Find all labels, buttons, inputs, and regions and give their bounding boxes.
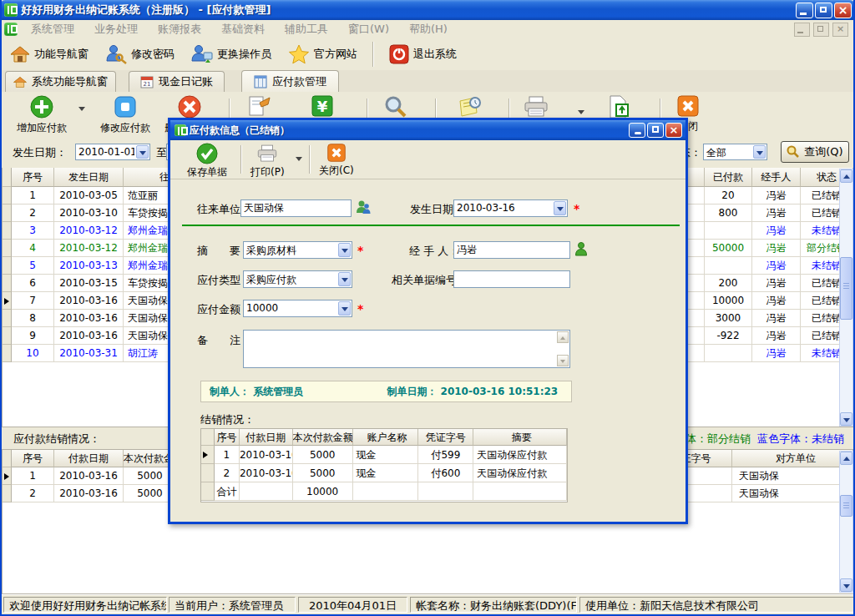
tab-2[interactable]: 21现金日记账: [129, 71, 225, 92]
row-selector-header: [3, 168, 12, 187]
column-header[interactable]: 序号: [12, 168, 54, 187]
menu-item-1[interactable]: 系统管理: [21, 20, 84, 38]
toolbar-button-label: 退出系统: [413, 47, 457, 62]
edit-payable-button[interactable]: 修改应付款: [100, 94, 150, 135]
chevron-down-icon[interactable]: [338, 301, 351, 316]
handler-input[interactable]: 冯岩: [453, 241, 570, 259]
dialog-restore-button[interactable]: [647, 123, 664, 138]
toolbar-button-3[interactable]: 更换操作员: [183, 41, 280, 68]
cell: [705, 257, 752, 275]
occur-date-combo[interactable]: 2010-03-16: [453, 199, 568, 217]
settlement-label: 结销情况：: [200, 412, 255, 427]
settlement-scrollbar[interactable]: [839, 451, 853, 593]
column-header[interactable]: 对方单位: [732, 450, 853, 467]
menu-item-4[interactable]: 基础资料: [211, 20, 275, 38]
cell: 冯岩: [752, 187, 801, 204]
chevron-down-icon[interactable]: [136, 145, 149, 159]
dialog-close-button[interactable]: ×: [665, 123, 682, 138]
person-lookup-icon[interactable]: [356, 199, 371, 215]
dialog-title-bar: 应付款信息（已结销） ×: [170, 120, 686, 140]
tab-label: 系统功能导航窗: [32, 74, 108, 89]
payment-button[interactable]: ¥: [311, 94, 334, 118]
status-filter-combo[interactable]: 全部: [703, 144, 767, 160]
status-panel-1: 欢迎使用好好用财务出纳记帐系统: [3, 597, 167, 613]
query-button[interactable]: 查询(Q): [781, 141, 849, 163]
save-voucher-button[interactable]: 保存单据: [187, 143, 227, 179]
scroll-down-icon[interactable]: [557, 355, 569, 366]
table-row[interactable]: 12010-03-165000现金付599天国动保应付款: [201, 446, 567, 464]
dialog-close-action-button[interactable]: 关闭(C): [319, 143, 354, 178]
scroll-thumb[interactable]: [840, 495, 852, 517]
close-button[interactable]: ×: [834, 3, 852, 18]
settle-payable-button[interactable]: [246, 94, 273, 119]
current-row-arrow-icon: [203, 452, 208, 458]
add-payable-button[interactable]: 增加应付款: [17, 94, 67, 135]
cell: 冯岩: [752, 345, 801, 362]
print-button[interactable]: [522, 94, 550, 119]
status-panel-2: 当前用户：系统管理员: [169, 597, 296, 613]
print-dropdown-arrow[interactable]: [578, 110, 584, 114]
chevron-down-icon[interactable]: [338, 272, 351, 286]
handler-label: 经 手 人：: [409, 244, 459, 259]
menu-item-2[interactable]: 业务处理: [84, 20, 148, 38]
menu-item-6[interactable]: 窗口(W): [338, 20, 399, 38]
scroll-down-icon[interactable]: [840, 412, 852, 426]
column-header[interactable]: 发生日期: [54, 168, 124, 187]
date-from-combo[interactable]: 2010-01-01: [75, 144, 150, 160]
home-icon: [13, 76, 27, 88]
person-green-icon[interactable]: [574, 242, 588, 256]
unit-input[interactable]: 天国动保: [240, 199, 352, 217]
menu-item-5[interactable]: 辅助工具: [275, 20, 338, 38]
tab-3[interactable]: 应付款管理: [241, 70, 339, 92]
cell: 2010-03-16: [54, 310, 124, 327]
scroll-up-icon[interactable]: [557, 331, 569, 343]
scroll-thumb[interactable]: [840, 257, 852, 320]
column-header[interactable]: 付款日期: [54, 450, 124, 467]
payable-type-combo[interactable]: 采购应付款: [243, 270, 352, 288]
exit-icon: [389, 44, 409, 64]
yuan-icon: ¥: [311, 94, 334, 118]
log-button[interactable]: [457, 94, 483, 119]
toolbar-button-5[interactable]: 退出系统: [381, 41, 465, 68]
restore-button[interactable]: [815, 3, 832, 18]
chevron-down-icon[interactable]: [554, 201, 566, 215]
column-header[interactable]: 已付款: [705, 168, 752, 187]
chevron-down-icon[interactable]: [338, 243, 351, 257]
note-textarea[interactable]: [243, 330, 570, 368]
column-header: 序号: [215, 429, 240, 446]
export-icon: [606, 94, 630, 119]
print-dropdown-arrow[interactable]: [296, 157, 302, 161]
toolbar-button-2[interactable]: 修改密码: [97, 41, 183, 68]
column-header[interactable]: 序号: [12, 450, 54, 467]
payable-amount-combo[interactable]: 10000: [243, 300, 352, 317]
chevron-down-icon[interactable]: [753, 145, 766, 159]
mdi-close-button[interactable]: ×: [832, 23, 848, 37]
minimize-button[interactable]: [796, 3, 813, 18]
toolbar-button-1[interactable]: 功能导航窗: [2, 41, 97, 68]
table-row[interactable]: 22010-03-165000现金付600天国动保应付款: [201, 464, 567, 482]
payables-scrollbar[interactable]: [839, 169, 853, 427]
toolbar-button-4[interactable]: 官方网站: [280, 41, 366, 68]
row-selector: [3, 275, 12, 292]
menu-item-3[interactable]: 账簿报表: [148, 20, 211, 38]
add-dropdown-arrow[interactable]: [78, 107, 85, 111]
menu-item-7[interactable]: 帮助(H): [399, 20, 458, 38]
dialog-print-button[interactable]: 打印(P): [250, 143, 285, 179]
home-icon: [10, 45, 30, 63]
toolbar-button-label: 修改密码: [131, 47, 175, 62]
cell: 付600: [418, 464, 473, 482]
scroll-down-icon[interactable]: [840, 578, 852, 592]
column-header[interactable]: 经手人: [752, 168, 801, 187]
export-button[interactable]: [606, 94, 630, 119]
view-button[interactable]: [382, 94, 409, 119]
mdi-restore-button[interactable]: [813, 23, 829, 37]
scroll-up-icon[interactable]: [840, 169, 852, 183]
summary-combo[interactable]: 采购原材料: [243, 241, 352, 259]
mdi-minimize-button[interactable]: [794, 23, 810, 37]
dialog-minimize-button[interactable]: [629, 123, 645, 138]
scroll-up-icon[interactable]: [840, 452, 852, 465]
ref-number-input[interactable]: [453, 270, 570, 288]
row-selector: [201, 446, 215, 464]
close-x-icon: [326, 143, 347, 163]
tab-1[interactable]: 系统功能导航窗: [5, 71, 116, 92]
